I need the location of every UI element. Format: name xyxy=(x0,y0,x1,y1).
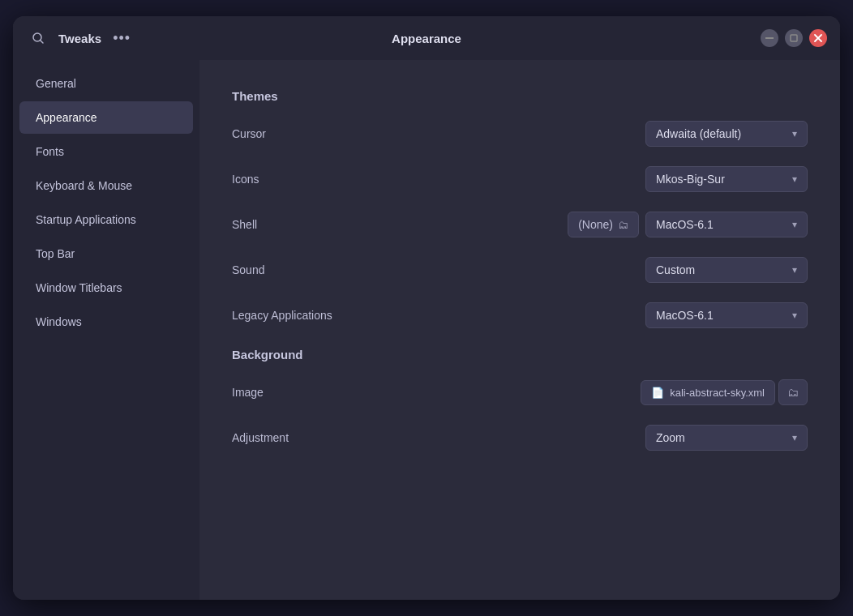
background-section-title: Background xyxy=(232,348,808,361)
close-icon xyxy=(814,34,822,42)
legacy-applications-control: MacOS-6.1 ▾ xyxy=(645,302,808,328)
sound-dropdown-arrow: ▾ xyxy=(792,264,797,276)
adjustment-dropdown[interactable]: Zoom ▾ xyxy=(645,425,808,451)
adjustment-label: Adjustment xyxy=(232,431,645,444)
sound-row: Sound Custom ▾ xyxy=(232,254,808,286)
sound-dropdown[interactable]: Custom ▾ xyxy=(645,257,808,283)
shell-control: (None) 🗂 MacOS-6.1 ▾ xyxy=(568,212,808,237)
icons-dropdown-arrow: ▾ xyxy=(792,173,797,185)
svg-rect-3 xyxy=(791,35,797,41)
icons-control: Mkos-Big-Sur ▾ xyxy=(645,166,808,192)
shell-folder-icon: 🗂 xyxy=(618,219,628,231)
menu-button[interactable]: ••• xyxy=(109,26,134,50)
file-icon: 📄 xyxy=(651,387,664,399)
search-icon xyxy=(32,32,45,45)
sidebar-item-startup-applications[interactable]: Startup Applications xyxy=(19,203,193,236)
sound-control: Custom ▾ xyxy=(645,257,808,283)
minimize-icon xyxy=(765,37,774,39)
cursor-row: Cursor Adwaita (default) ▾ xyxy=(232,118,808,150)
maximize-button[interactable] xyxy=(785,29,803,47)
window-title: Appearance xyxy=(392,32,461,45)
close-button[interactable] xyxy=(809,29,827,47)
legacy-applications-dropdown[interactable]: MacOS-6.1 ▾ xyxy=(645,302,808,328)
shell-row: Shell (None) 🗂 MacOS-6.1 ▾ xyxy=(232,208,808,241)
sidebar-item-keyboard-mouse[interactable]: Keyboard & Mouse xyxy=(19,169,193,202)
app-name: Tweaks xyxy=(58,32,101,45)
adjustment-control: Zoom ▾ xyxy=(645,425,808,451)
shell-none-button[interactable]: (None) 🗂 xyxy=(568,212,639,237)
svg-line-1 xyxy=(41,41,44,44)
sidebar-item-windows[interactable]: Windows xyxy=(19,306,193,338)
icons-row: Icons Mkos-Big-Sur ▾ xyxy=(232,163,808,195)
legacy-applications-label: Legacy Applications xyxy=(232,309,645,322)
shell-dropdown[interactable]: MacOS-6.1 ▾ xyxy=(645,212,808,237)
sound-label: Sound xyxy=(232,263,645,276)
cursor-control: Adwaita (default) ▾ xyxy=(645,121,808,147)
sidebar-item-top-bar[interactable]: Top Bar xyxy=(19,237,193,270)
search-button[interactable] xyxy=(26,26,50,50)
titlebar: Tweaks ••• Appearance xyxy=(13,16,840,60)
sidebar-item-appearance[interactable]: Appearance xyxy=(19,101,193,134)
sidebar-item-fonts[interactable]: Fonts xyxy=(19,135,193,168)
icons-dropdown[interactable]: Mkos-Big-Sur ▾ xyxy=(645,166,808,192)
legacy-applications-dropdown-arrow: ▾ xyxy=(792,310,797,321)
image-label: Image xyxy=(232,386,641,399)
image-control: 📄 kali-abstract-sky.xml 🗂 xyxy=(641,379,808,405)
adjustment-row: Adjustment Zoom ▾ xyxy=(232,421,808,454)
themes-section-title: Themes xyxy=(232,89,808,103)
main-panel: Themes Cursor Adwaita (default) ▾ Icons … xyxy=(199,60,840,600)
shell-dropdown-arrow: ▾ xyxy=(792,219,797,230)
adjustment-dropdown-arrow: ▾ xyxy=(792,432,797,443)
legacy-applications-row: Legacy Applications MacOS-6.1 ▾ xyxy=(232,299,808,332)
image-file-button[interactable]: 📄 kali-abstract-sky.xml xyxy=(641,380,775,405)
icons-label: Icons xyxy=(232,173,645,186)
sidebar-item-general[interactable]: General xyxy=(19,67,193,100)
cursor-label: Cursor xyxy=(232,127,645,140)
window-controls xyxy=(761,29,827,47)
shell-label: Shell xyxy=(232,218,568,231)
sidebar: General Appearance Fonts Keyboard & Mous… xyxy=(13,60,199,600)
cursor-dropdown[interactable]: Adwaita (default) ▾ xyxy=(645,121,808,147)
sidebar-item-window-titlebars[interactable]: Window Titlebars xyxy=(19,272,193,304)
image-folder-button[interactable]: 🗂 xyxy=(778,379,808,405)
image-row: Image 📄 kali-abstract-sky.xml 🗂 xyxy=(232,376,808,409)
maximize-icon xyxy=(790,34,798,42)
main-window: Tweaks ••• Appearance General Appearance xyxy=(13,16,840,600)
content-area: General Appearance Fonts Keyboard & Mous… xyxy=(13,60,840,600)
folder-open-icon: 🗂 xyxy=(787,386,799,399)
cursor-dropdown-arrow: ▾ xyxy=(792,128,797,139)
titlebar-left: Tweaks ••• xyxy=(26,26,204,50)
minimize-button[interactable] xyxy=(761,29,778,47)
